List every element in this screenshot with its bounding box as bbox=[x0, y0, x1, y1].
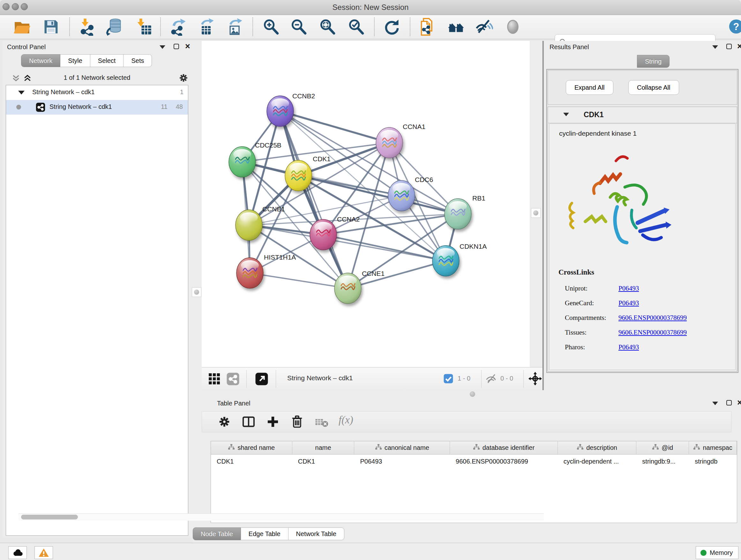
export-table-icon[interactable] bbox=[197, 18, 215, 36]
crosslinks-list: Uniprot:P06493GeneCard:P06493Compartment… bbox=[565, 281, 731, 354]
network-canvas[interactable]: CCNB2CCNA1CDC25BCDK1CDC6RB1CCNB1CCNA2CDK… bbox=[202, 41, 530, 367]
network-node-CDK1[interactable]: CDK1 bbox=[285, 155, 331, 191]
node-label-RB1: RB1 bbox=[472, 194, 485, 202]
share-document-icon[interactable] bbox=[419, 18, 436, 36]
collapse-all-button[interactable]: Collapse All bbox=[628, 80, 679, 95]
detach-view-icon[interactable] bbox=[255, 372, 269, 386]
open-folder-icon[interactable] bbox=[13, 18, 31, 36]
close-panel-icon[interactable]: × bbox=[737, 400, 741, 406]
export-image-icon[interactable] bbox=[225, 18, 243, 36]
eye-sphere-icon[interactable] bbox=[504, 18, 522, 36]
move-crosshair-icon[interactable] bbox=[528, 371, 542, 386]
crosslink-link[interactable]: P06493 bbox=[618, 299, 639, 307]
tab-string[interactable]: String bbox=[637, 55, 670, 68]
refresh-icon[interactable] bbox=[383, 18, 401, 36]
zoom-selected-icon[interactable] bbox=[347, 18, 365, 36]
zoom-in-icon[interactable] bbox=[262, 18, 280, 36]
table-cell[interactable]: CDK1 bbox=[211, 455, 292, 469]
save-icon[interactable] bbox=[42, 18, 60, 36]
column-label: description bbox=[586, 444, 617, 451]
collapse-panel-icon[interactable] bbox=[159, 45, 165, 49]
tab-node-table[interactable]: Node Table bbox=[193, 527, 241, 540]
network-edge-CCNB2-CCNA1[interactable] bbox=[280, 111, 389, 143]
network-row[interactable]: String Network – cdk1 11 48 bbox=[6, 100, 188, 115]
tab-select[interactable]: Select bbox=[90, 54, 124, 67]
collapse-panel-icon[interactable] bbox=[712, 401, 718, 405]
float-panel-icon[interactable] bbox=[726, 400, 732, 406]
control-panel-title: Control Panel bbox=[7, 44, 46, 51]
selected-checkbox-icon[interactable] bbox=[443, 373, 454, 384]
crosslink-link[interactable]: P06493 bbox=[618, 285, 639, 293]
add-column-icon[interactable] bbox=[266, 415, 280, 429]
crosslink-link[interactable]: 9606.ENSP00000378699 bbox=[618, 328, 687, 336]
help-icon[interactable]: ? bbox=[728, 18, 741, 35]
column-header-canonical-name[interactable]: canonical name bbox=[354, 441, 450, 454]
column-header-@id[interactable]: @id bbox=[636, 441, 689, 454]
collapse-panel-icon[interactable] bbox=[712, 45, 718, 49]
memory-button[interactable]: Memory bbox=[696, 546, 738, 559]
import-database-icon[interactable] bbox=[105, 18, 123, 36]
tab-network-table[interactable]: Network Table bbox=[288, 527, 344, 540]
import-network-icon[interactable] bbox=[78, 18, 96, 36]
zoom-fit-icon[interactable] bbox=[319, 18, 336, 36]
crosslink-link[interactable]: P06493 bbox=[618, 343, 639, 351]
network-node-RB1[interactable]: RB1 bbox=[445, 194, 485, 229]
tree-expand-icon[interactable] bbox=[18, 91, 24, 95]
column-header-database-identifier[interactable]: database identifier bbox=[450, 441, 558, 454]
network-edge-CCNA2-CDKN1A[interactable] bbox=[323, 235, 446, 261]
table-cell[interactable]: 9606.ENSP00000378699 bbox=[450, 455, 558, 469]
results-buttons-box: Expand All Collapse All bbox=[548, 70, 737, 105]
tab-network[interactable]: Network bbox=[21, 54, 60, 67]
table-cell[interactable]: stringdb:9... bbox=[636, 455, 689, 469]
float-panel-icon[interactable] bbox=[174, 44, 179, 49]
network-collection-row[interactable]: String Network – cdk1 1 bbox=[6, 85, 188, 100]
table-cell[interactable]: cyclin-dependent ... bbox=[558, 455, 636, 469]
section-collapse-icon[interactable] bbox=[563, 113, 569, 116]
network-node-CCNA1[interactable]: CCNA1 bbox=[376, 123, 425, 158]
expand-all-button[interactable]: Expand All bbox=[566, 80, 613, 95]
home-pair-icon[interactable] bbox=[448, 18, 465, 36]
network-node-CCNE1[interactable]: CCNE1 bbox=[334, 270, 385, 304]
column-header-shared-name[interactable]: shared name bbox=[211, 441, 292, 454]
float-panel-icon[interactable] bbox=[726, 44, 732, 49]
cloud-status-button[interactable] bbox=[8, 546, 27, 559]
left-splitter-handle[interactable] bbox=[192, 287, 201, 297]
network-node-CDC25B[interactable]: CDC25B bbox=[229, 141, 281, 177]
network-edge-CCNB2-CCNE1[interactable] bbox=[280, 111, 348, 288]
column-namespace-icon bbox=[652, 444, 659, 452]
network-node-HIST1H1A[interactable]: HIST1H1A bbox=[237, 253, 296, 288]
table-cell[interactable]: P06493 bbox=[354, 455, 450, 469]
column-header-namespac[interactable]: namespac bbox=[689, 441, 737, 454]
grid-view-icon[interactable] bbox=[207, 372, 221, 386]
column-header-description[interactable]: description bbox=[558, 441, 636, 454]
delete-column-icon[interactable] bbox=[290, 415, 304, 429]
network-node-CDKN1A[interactable]: CDKN1A bbox=[432, 243, 487, 276]
close-panel-icon[interactable]: × bbox=[185, 44, 190, 49]
right-splitter-handle[interactable] bbox=[531, 208, 541, 218]
tab-sets[interactable]: Sets bbox=[124, 54, 152, 67]
horizontal-splitter-handle[interactable] bbox=[470, 391, 475, 397]
columns-icon[interactable] bbox=[242, 415, 256, 429]
crosslink-link[interactable]: 9606.ENSP00000378699 bbox=[618, 314, 687, 322]
hide-eye-icon[interactable] bbox=[475, 18, 493, 36]
warning-status-button[interactable] bbox=[35, 546, 53, 559]
export-network-icon[interactable] bbox=[169, 18, 187, 36]
hidden-eye-slash-icon[interactable] bbox=[485, 373, 497, 385]
table-cell[interactable]: CDK1 bbox=[292, 455, 354, 469]
table-row[interactable]: CDK1CDK1P064939606.ENSP00000378699cyclin… bbox=[211, 455, 737, 469]
network-edge-HIST1H1A-CCNE1[interactable] bbox=[250, 273, 348, 288]
network-node-CCNB1[interactable]: CCNB1 bbox=[235, 205, 285, 240]
scrollbar-thumb[interactable] bbox=[21, 515, 78, 519]
cdk1-section-header[interactable]: CDK1 bbox=[548, 107, 737, 123]
column-header-name[interactable]: name bbox=[292, 441, 354, 454]
zoom-out-icon[interactable] bbox=[290, 18, 308, 36]
tab-style[interactable]: Style bbox=[60, 54, 90, 67]
tab-edge-table[interactable]: Edge Table bbox=[241, 527, 288, 540]
import-table-icon[interactable] bbox=[135, 18, 152, 36]
table-cell[interactable]: stringdb bbox=[689, 455, 737, 469]
network-view-icon[interactable] bbox=[226, 372, 240, 386]
table-horizontal-scrollbar[interactable] bbox=[18, 513, 544, 521]
close-panel-icon[interactable]: × bbox=[737, 44, 741, 49]
gear-icon[interactable] bbox=[178, 72, 189, 83]
gear-icon[interactable] bbox=[217, 415, 231, 429]
